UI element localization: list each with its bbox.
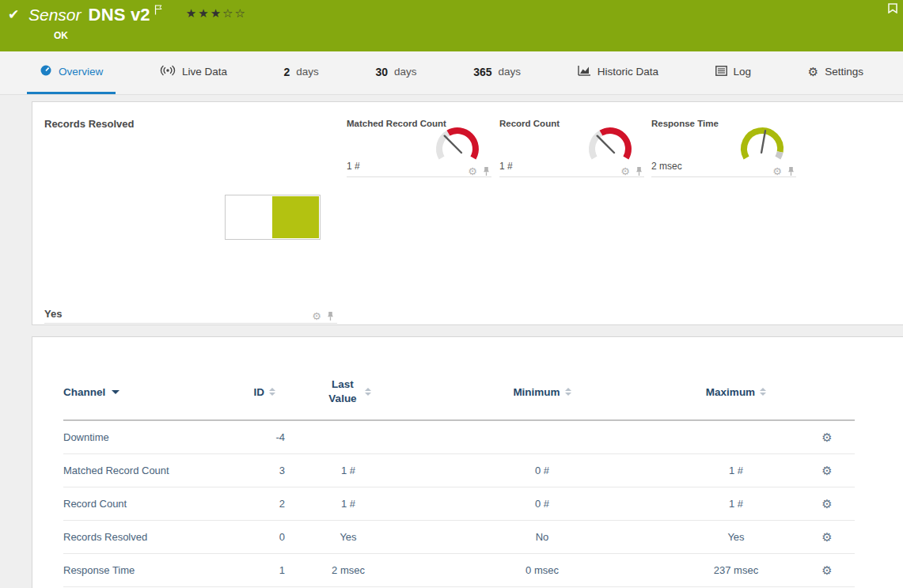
cell-channel: Record Count — [63, 487, 230, 521]
col-header-id-label: ID — [254, 386, 265, 398]
sensor-titleline: Sensor DNS v2 ★★★☆☆ — [28, 4, 247, 26]
col-header-last-value[interactable]: Last Value — [285, 372, 412, 420]
cell-maximum: 237 msec — [673, 554, 799, 587]
tab-30-days-label: days — [394, 66, 417, 78]
cell-minimum: 0 # — [412, 454, 673, 487]
tab-365-days-label: days — [499, 66, 522, 78]
gauge-tile-record-count: Record Count 1 # ⚙ — [499, 116, 644, 177]
col-header-minimum[interactable]: Minimum — [412, 372, 673, 420]
tile-gear-icon[interactable]: ⚙ — [312, 311, 321, 321]
red-gauge-icon — [582, 120, 638, 168]
prtg-sensor-page: ✔ Sensor DNS v2 ★★★☆☆ OK Overview — [0, 0, 903, 588]
records-resolved-tile: Records Resolved Yes ⚙ — [44, 116, 337, 324]
col-header-actions — [799, 372, 855, 420]
tab-30-days[interactable]: 30 days — [362, 51, 429, 94]
cell-last-value — [285, 420, 412, 454]
tile-pin-icon[interactable] — [483, 166, 490, 176]
tab-historic-data-label: Historic Data — [598, 66, 658, 78]
tab-2-days-label: days — [296, 66, 319, 78]
gauge-icon — [40, 64, 52, 79]
green-gauge-icon — [734, 120, 790, 168]
tab-log[interactable]: Log — [703, 51, 765, 94]
cell-id: -4 — [230, 420, 285, 454]
channels-panel: Channel ID Last Value — [32, 336, 903, 588]
cell-channel: Matched Record Count — [63, 454, 230, 487]
col-header-minimum-label: Minimum — [513, 386, 560, 398]
cell-id: 0 — [230, 521, 285, 554]
col-header-last-value-label: Last Value — [325, 377, 360, 406]
tab-overview[interactable]: Overview — [27, 51, 116, 94]
overview-panel: Records Resolved Yes ⚙ Matched Record Co… — [32, 101, 903, 325]
channel-settings-gear-icon[interactable]: ⚙ — [821, 497, 832, 510]
tab-30-days-number: 30 — [375, 66, 388, 78]
gauge-tile-response-time: Response Time 2 msec ⚙ — [651, 116, 796, 177]
records-resolved-title: Records Resolved — [44, 118, 134, 130]
sensor-tab-bar: Overview Live Data 2 days 30 days 365 — [0, 51, 903, 95]
chevron-down-icon — [112, 390, 120, 394]
col-header-channel[interactable]: Channel — [63, 372, 230, 420]
gauge-tile-matched-record-count: Matched Record Count 1 # ⚙ — [347, 116, 491, 177]
tab-2-days-number: 2 — [284, 66, 290, 78]
cell-channel: Records Resolved — [63, 521, 230, 554]
tile-pin-icon[interactable] — [636, 166, 643, 176]
area-chart-icon — [578, 65, 591, 78]
cell-last-value: 1 # — [285, 454, 412, 487]
tile-gear-icon[interactable]: ⚙ — [772, 166, 782, 176]
channel-settings-gear-icon[interactable]: ⚙ — [821, 431, 832, 444]
channels-table: Channel ID Last Value — [63, 372, 855, 587]
bookmark-icon[interactable] — [888, 2, 897, 17]
sensor-status-text: OK — [54, 30, 68, 41]
gauge-value: 1 # — [347, 161, 360, 172]
table-header-row: Channel ID Last Value — [63, 372, 855, 420]
col-header-id[interactable]: ID — [230, 372, 285, 420]
red-gauge-icon — [430, 120, 485, 168]
tab-365-days-number: 365 — [473, 66, 491, 78]
tab-log-label: Log — [734, 66, 752, 78]
tile-pin-icon[interactable] — [327, 311, 334, 321]
cell-id: 3 — [230, 454, 285, 487]
table-row: Records Resolved 0 Yes No Yes ⚙ — [63, 521, 855, 554]
object-kind-label: Sensor — [28, 6, 82, 25]
flag-icon[interactable] — [154, 4, 162, 18]
priority-stars[interactable]: ★★★☆☆ — [186, 6, 247, 21]
col-header-maximum[interactable]: Maximum — [673, 372, 799, 420]
tab-live-data-label: Live Data — [182, 66, 227, 78]
cell-last-value: 1 # — [285, 487, 412, 521]
status-ok-check-icon: ✔ — [8, 6, 19, 23]
cell-minimum: No — [412, 521, 673, 554]
tile-toolbar: ⚙ — [772, 166, 795, 176]
table-row: Record Count 2 1 # 0 # 1 # ⚙ — [63, 487, 855, 521]
tab-live-data[interactable]: Live Data — [147, 51, 240, 94]
records-resolved-minichart — [225, 195, 321, 240]
gauge-value: 1 # — [499, 161, 513, 172]
cell-last-value: Yes — [285, 521, 412, 554]
sensor-status-header: ✔ Sensor DNS v2 ★★★☆☆ OK — [0, 0, 903, 51]
channel-settings-gear-icon[interactable]: ⚙ — [821, 563, 832, 577]
tab-settings[interactable]: ⚙ Settings — [795, 51, 876, 94]
tab-settings-label: Settings — [825, 66, 863, 78]
tile-gear-icon[interactable]: ⚙ — [620, 166, 630, 176]
cell-id: 1 — [230, 554, 285, 587]
gauge-title: Record Count — [499, 119, 560, 128]
sort-icon — [365, 388, 371, 396]
cell-maximum: 1 # — [673, 454, 799, 487]
cell-last-value: 2 msec — [285, 554, 412, 587]
tile-toolbar: ⚙ — [468, 166, 490, 176]
cell-minimum: 0 # — [412, 487, 673, 521]
sort-icon — [269, 388, 275, 396]
tile-pin-icon[interactable] — [787, 166, 795, 176]
tab-365-days[interactable]: 365 days — [461, 51, 533, 94]
sensor-name: DNS v2 — [89, 5, 150, 25]
tile-gear-icon[interactable]: ⚙ — [468, 166, 477, 176]
channel-settings-gear-icon[interactable]: ⚙ — [821, 464, 832, 477]
gear-icon: ⚙ — [808, 66, 818, 78]
tab-overview-label: Overview — [59, 66, 103, 78]
tab-historic-data[interactable]: Historic Data — [565, 51, 671, 94]
log-list-icon — [715, 66, 727, 78]
cell-id: 2 — [230, 487, 285, 521]
cell-channel: Response Time — [63, 554, 230, 587]
tab-2-days[interactable]: 2 days — [271, 51, 332, 94]
cell-minimum — [412, 420, 673, 454]
table-row: Matched Record Count 3 1 # 0 # 1 # ⚙ — [63, 454, 855, 487]
channel-settings-gear-icon[interactable]: ⚙ — [821, 530, 832, 544]
